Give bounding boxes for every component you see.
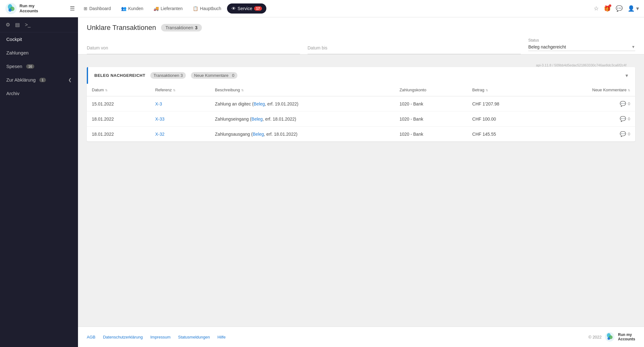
cell-kommentare: 💬 0 xyxy=(541,127,635,142)
cell-beschreibung: Zahlungsausgang (Beleg, erf. 18.01.2022) xyxy=(210,127,395,142)
footer-logo-text: Run my Accounts xyxy=(618,333,635,342)
settings-icon[interactable]: ⚙ xyxy=(6,22,10,28)
cell-kommentare: 💬 0 xyxy=(541,96,635,111)
col-datum[interactable]: Datum ⇅ xyxy=(87,84,150,96)
sidebar-item-zur-abklarung[interactable]: Zur Abklärung 1 ❮ xyxy=(0,73,78,87)
col-zahlungskonto: Zahlungskonto xyxy=(394,84,467,96)
sidebar-item-archiv[interactable]: Archiv xyxy=(0,87,78,100)
copyright: © 2022 xyxy=(588,335,602,339)
nav-dashboard[interactable]: ⊞ Dashboard xyxy=(79,3,115,14)
table-row: 18.01.2022 X-32 Zahlungsausgang (Beleg, … xyxy=(87,127,635,142)
cell-kommentare: 💬 0 xyxy=(541,111,635,127)
cell-datum: 18.01.2022 xyxy=(87,127,150,142)
status-label: Status xyxy=(528,38,635,43)
page-header: Unklare Transaktionen Transaktionen 3 St… xyxy=(78,17,644,54)
cell-datum: 18.01.2022 xyxy=(87,111,150,127)
card-chevron-icon[interactable]: ▼ xyxy=(625,73,629,78)
nav-service[interactable]: 👁 Service 17 xyxy=(227,3,266,14)
sidebar-item-spesen[interactable]: Spesen 16 xyxy=(0,60,78,73)
section-count: 3 xyxy=(180,73,183,78)
logo-icon xyxy=(5,3,17,14)
main-layout: ⚙ ▤ >_ Cockpit Zahlungen Spesen 16 Zur A… xyxy=(0,17,644,347)
section-title: BELEG NACHGEREICHT xyxy=(94,73,145,78)
footer-logo-icon xyxy=(605,332,615,342)
table-header: Datum ⇅ Referenz ⇅ Beschreibung ⇅ Zahlun… xyxy=(87,84,635,96)
ledger-icon: 📋 xyxy=(193,6,198,11)
chat-icon[interactable]: 💬 xyxy=(616,5,623,12)
chevron-left-icon: ❮ xyxy=(68,77,72,82)
nav-right-icons: ☆ 🎁 💬 👤 ▾ xyxy=(594,5,639,12)
beleg-link[interactable]: Beleg xyxy=(254,101,265,106)
service-badge: 17 xyxy=(254,6,262,11)
col-betrag[interactable]: Betrag ⇅ xyxy=(467,84,541,96)
dashboard-icon: ⊞ xyxy=(84,6,87,11)
transactions-table: Datum ⇅ Referenz ⇅ Beschreibung ⇅ Zahlun… xyxy=(87,84,635,141)
col-neue-kommentare[interactable]: Neue Kommentare ⇅ xyxy=(541,84,635,96)
footer-statusmeldungen[interactable]: Statusmeldungen xyxy=(178,335,210,339)
datum-bis-input[interactable] xyxy=(308,45,521,50)
cell-referenz[interactable]: X-33 xyxy=(150,111,210,127)
sidebar: ⚙ ▤ >_ Cockpit Zahlungen Spesen 16 Zur A… xyxy=(0,17,78,347)
filter-row: Status Beleg nachgereicht ▼ xyxy=(87,38,635,54)
datum-bis-field xyxy=(308,43,521,54)
gift-icon[interactable]: 🎁 xyxy=(604,5,611,12)
transaction-count: 3 xyxy=(195,25,197,30)
datum-von-input[interactable] xyxy=(87,45,300,50)
cell-referenz[interactable]: X-32 xyxy=(150,127,210,142)
cell-beschreibung: Zahlungseingang (Beleg, erf. 18.01.2022) xyxy=(210,111,395,127)
col-beschreibung[interactable]: Beschreibung ⇅ xyxy=(210,84,395,96)
page-title-row: Unklare Transaktionen Transaktionen 3 xyxy=(87,24,635,32)
footer-datenschutz[interactable]: Datenschutzerklärung xyxy=(103,335,142,339)
comment-icon: 💬 xyxy=(620,101,626,107)
card-header: BELEG NACHGEREICHT Transaktionen 3 Neue … xyxy=(87,67,635,84)
footer: AGB Datenschutzerklärung Impressum Statu… xyxy=(78,327,644,347)
hamburger-button[interactable]: ☰ xyxy=(68,3,77,14)
table-row: 18.01.2022 X-33 Zahlungseingang (Beleg, … xyxy=(87,111,635,127)
logo-text: Run my Accounts xyxy=(19,3,38,13)
footer-right: © 2022 Run my Accounts xyxy=(588,332,635,342)
table-row: 15.01.2022 X-3 Zahlung an digitec (Beleg… xyxy=(87,96,635,111)
comment-icon: 💬 xyxy=(620,131,626,137)
cell-betrag: CHF 1'207.98 xyxy=(467,96,541,111)
table-body: 15.01.2022 X-3 Zahlung an digitec (Beleg… xyxy=(87,96,635,142)
footer-hilfe[interactable]: Hilfe xyxy=(217,335,225,339)
comment-count: 0 xyxy=(628,101,630,106)
sidebar-item-zahlungen[interactable]: Zahlungen xyxy=(0,46,78,60)
terminal-icon[interactable]: >_ xyxy=(25,22,31,28)
user-icon[interactable]: 👤 ▾ xyxy=(628,5,639,12)
nav-lieferanten[interactable]: 🚚 Lieferanten xyxy=(149,3,187,14)
top-navigation: Run my Accounts ☰ ⊞ Dashboard 👥 Kunden 🚚… xyxy=(0,0,644,17)
cell-datum: 15.01.2022 xyxy=(87,96,150,111)
beleg-link[interactable]: Beleg xyxy=(252,117,263,122)
chevron-down-icon: ▼ xyxy=(631,45,635,49)
users-icon: 👥 xyxy=(121,6,126,11)
document-icon[interactable]: ▤ xyxy=(15,22,20,28)
col-referenz[interactable]: Referenz ⇅ xyxy=(150,84,210,96)
status-filter: Status Beleg nachgereicht ▼ xyxy=(528,38,635,54)
transactions-count-badge: Transaktionen 3 xyxy=(161,24,202,31)
cell-betrag: CHF 100.00 xyxy=(467,111,541,127)
cell-beschreibung: Zahlung an digitec (Beleg, erf. 19.01.20… xyxy=(210,96,395,111)
transactions-card: BELEG NACHGEREICHT Transaktionen 3 Neue … xyxy=(87,67,635,141)
footer-impressum[interactable]: Impressum xyxy=(150,335,170,339)
comment-icon: 💬 xyxy=(620,116,626,122)
cell-zahlungskonto: 1020 - Bank xyxy=(394,96,467,111)
sidebar-item-cockpit[interactable]: Cockpit xyxy=(0,32,78,46)
footer-agb[interactable]: AGB xyxy=(87,335,95,339)
beleg-link[interactable]: Beleg xyxy=(253,132,264,137)
version-bar: api-3.11.8 / 509bb4d5edac521863330c746ae… xyxy=(87,62,635,67)
cell-zahlungskonto: 1020 - Bank xyxy=(394,127,467,142)
spesen-badge: 16 xyxy=(26,64,34,69)
main-content: Unklare Transaktionen Transaktionen 3 St… xyxy=(78,17,644,347)
nav-kunden[interactable]: 👥 Kunden xyxy=(117,3,148,14)
status-dropdown[interactable]: Beleg nachgereicht ▼ xyxy=(528,43,635,51)
star-icon[interactable]: ☆ xyxy=(594,5,599,12)
svg-point-3 xyxy=(8,9,12,12)
cell-zahlungskonto: 1020 - Bank xyxy=(394,111,467,127)
abklarung-badge: 1 xyxy=(39,78,46,82)
cell-referenz[interactable]: X-3 xyxy=(150,96,210,111)
footer-links: AGB Datenschutzerklärung Impressum Statu… xyxy=(87,335,225,339)
svg-point-7 xyxy=(608,337,610,340)
comment-count: 0 xyxy=(628,132,630,136)
nav-hauptbuch[interactable]: 📋 Hauptbuch xyxy=(188,3,226,14)
